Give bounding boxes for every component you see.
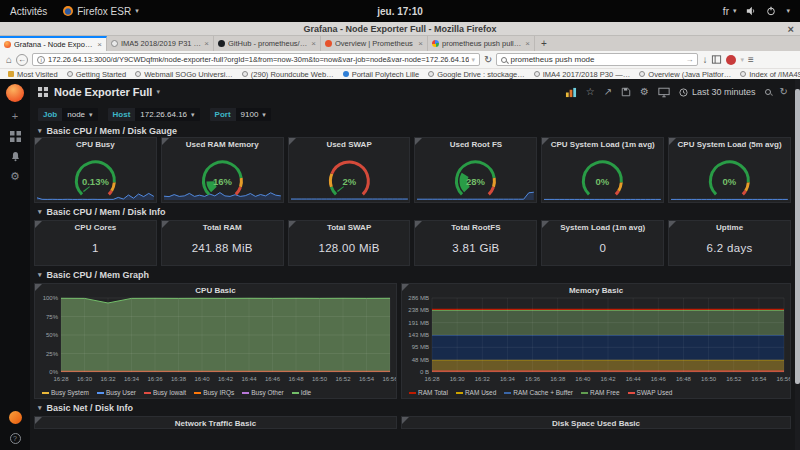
panel-info-icon[interactable] <box>289 221 296 228</box>
tab-close-icon[interactable]: × <box>525 39 530 48</box>
new-tab-button[interactable]: + <box>535 36 553 51</box>
caret-down-icon[interactable]: ▾ <box>786 7 790 15</box>
bookmark-item[interactable]: Portail Polytech Lille <box>343 70 420 79</box>
panel-info-icon[interactable] <box>162 138 169 145</box>
panel-info-icon[interactable] <box>162 221 169 228</box>
keyboard-layout-indicator[interactable]: fr ▾ <box>723 6 737 17</box>
browser-tab[interactable]: IMA5 2018/2019 P31 : Su… × <box>107 36 214 51</box>
panel-title[interactable]: CPU Cores <box>35 221 156 232</box>
browser-tab[interactable]: GitHub - prometheus/… × <box>214 36 321 51</box>
library-button[interactable] <box>711 54 722 65</box>
search-go-button[interactable]: → <box>685 55 693 64</box>
sidebar-item-configuration[interactable]: ⚙ <box>10 171 20 182</box>
time-range-picker[interactable]: Last 30 minutes <box>679 87 756 97</box>
panel-title[interactable]: Used RAM Memory <box>162 138 283 149</box>
legend-item[interactable]: RAM Total <box>409 389 448 396</box>
downloads-button[interactable]: ↓ <box>702 55 707 65</box>
bookmark-item[interactable]: Google Drive : stockage… <box>428 70 525 79</box>
panel-title[interactable]: CPU Busy <box>35 138 156 149</box>
panel-info-icon[interactable] <box>35 417 42 424</box>
settings-button[interactable]: ⚙ <box>640 87 649 97</box>
reload-button[interactable]: ↻ <box>484 55 492 65</box>
refresh-button[interactable]: ↻ <box>780 87 788 97</box>
legend-item[interactable]: RAM Used <box>456 389 496 396</box>
back-button[interactable]: ← <box>16 54 28 66</box>
bookmark-item[interactable]: Most Visited <box>8 70 58 79</box>
panel-title[interactable]: Total RootFS <box>415 221 536 232</box>
legend-item[interactable]: Busy User <box>97 389 136 396</box>
scrollbar-track[interactable] <box>795 79 800 450</box>
caret-down-icon[interactable]: ▾ <box>740 56 744 64</box>
search-bar[interactable]: → <box>496 53 698 66</box>
home-button[interactable]: ⌂ <box>6 55 12 65</box>
row-header-graph[interactable]: ▾ Basic CPU / Mem Graph <box>30 268 800 281</box>
tab-close-icon[interactable]: × <box>418 39 423 48</box>
sidebar-item-help[interactable]: ? <box>10 433 21 444</box>
url-bar[interactable]: i ▾ <box>32 53 480 66</box>
panel-info-icon[interactable] <box>669 221 676 228</box>
panel-info-icon[interactable] <box>542 138 549 145</box>
variable-value-dropdown[interactable]: 172.26.64.16▾ <box>135 108 199 121</box>
scrollbar-thumb[interactable] <box>795 89 800 384</box>
panel-info-icon[interactable] <box>289 138 296 145</box>
dashboard-title-caret-icon[interactable]: ▾ <box>156 88 160 96</box>
url-dropdown-icon[interactable]: ▾ <box>472 56 476 64</box>
legend-item[interactable]: RAM Cache + Buffer <box>504 389 573 396</box>
row-header-net-disk[interactable]: ▾ Basic Net / Disk Info <box>30 401 800 414</box>
panel-info-icon[interactable] <box>415 221 422 228</box>
browser-tab[interactable]: Grafana - Node Expor… × <box>0 36 107 51</box>
panel-title[interactable]: CPU System Load (1m avg) <box>542 138 663 149</box>
window-close-button[interactable]: × <box>788 22 794 36</box>
legend-item[interactable]: SWAP Used <box>628 389 673 396</box>
star-button[interactable]: ☆ <box>586 87 595 97</box>
zoom-out-button[interactable] <box>765 89 771 95</box>
sidebar-item-alerting[interactable] <box>10 151 21 162</box>
tab-close-icon[interactable]: × <box>97 40 102 49</box>
share-button[interactable]: ↗ <box>604 87 612 97</box>
panel-info-icon[interactable] <box>402 284 409 291</box>
legend-item[interactable]: Busy Iowait <box>144 389 186 396</box>
activities-button[interactable]: Activités <box>10 6 47 17</box>
app-menu[interactable]: Firefox ESR ▾ <box>63 6 138 17</box>
tab-close-icon[interactable]: × <box>204 39 209 48</box>
legend-item[interactable]: Busy IRQs <box>194 389 234 396</box>
bookmark-item[interactable]: Webmail SOGo Universi… <box>135 70 233 79</box>
panel-title[interactable]: Used Root FS <box>415 138 536 149</box>
panel-info-icon[interactable] <box>402 417 409 424</box>
panel-info-icon[interactable] <box>669 138 676 145</box>
panel-title[interactable]: Total SWAP <box>289 221 410 232</box>
bookmark-item[interactable]: Index of /IMA4SC <box>740 70 800 79</box>
row-header-info[interactable]: ▾ Basic CPU / Mem / Disk Info <box>30 205 800 218</box>
dashboard-title[interactable]: Node Exporter Full <box>54 86 152 98</box>
panel-title[interactable]: Disk Space Used Basic <box>402 417 790 428</box>
panel-title[interactable]: CPU System Load (5m avg) <box>669 138 790 149</box>
browser-tab[interactable]: prometheus push pull… × <box>428 36 535 51</box>
power-icon[interactable] <box>766 6 776 16</box>
panel-title[interactable]: System Load (1m avg) <box>542 221 663 232</box>
legend-item[interactable]: Busy Other <box>242 389 284 396</box>
site-info-icon[interactable]: i <box>37 56 45 64</box>
clock[interactable]: jeu. 17:10 <box>377 6 423 17</box>
panel-info-icon[interactable] <box>35 138 42 145</box>
panel-title[interactable]: Uptime <box>669 221 790 232</box>
row-header-gauge[interactable]: ▾ Basic CPU / Mem / Disk Gauge <box>30 124 800 137</box>
panel-title[interactable]: Used SWAP <box>289 138 410 149</box>
panel-info-icon[interactable] <box>415 138 422 145</box>
panel-info-icon[interactable] <box>35 284 42 291</box>
panel-title[interactable]: Total RAM <box>162 221 283 232</box>
grafana-logo[interactable] <box>6 84 24 102</box>
sidebar-item-create[interactable]: + <box>12 111 18 122</box>
bookmark-item[interactable]: Overview (Java Platfor… <box>639 70 731 79</box>
sidebar-item-dashboards[interactable] <box>10 131 21 142</box>
save-button[interactable] <box>621 87 631 97</box>
legend-item[interactable]: Idle <box>292 389 311 396</box>
legend-item[interactable]: Busy System <box>42 389 89 396</box>
user-avatar[interactable] <box>9 411 22 424</box>
panel-title[interactable]: CPU Basic <box>35 284 396 295</box>
panel-title[interactable]: Network Traffic Basic <box>35 417 396 428</box>
legend-item[interactable]: RAM Free <box>581 389 620 396</box>
add-panel-button[interactable] <box>565 87 577 98</box>
menu-button[interactable]: ≡ <box>748 55 754 65</box>
cycle-view-button[interactable] <box>658 87 670 98</box>
panel-title[interactable]: Memory Basic <box>402 284 790 295</box>
